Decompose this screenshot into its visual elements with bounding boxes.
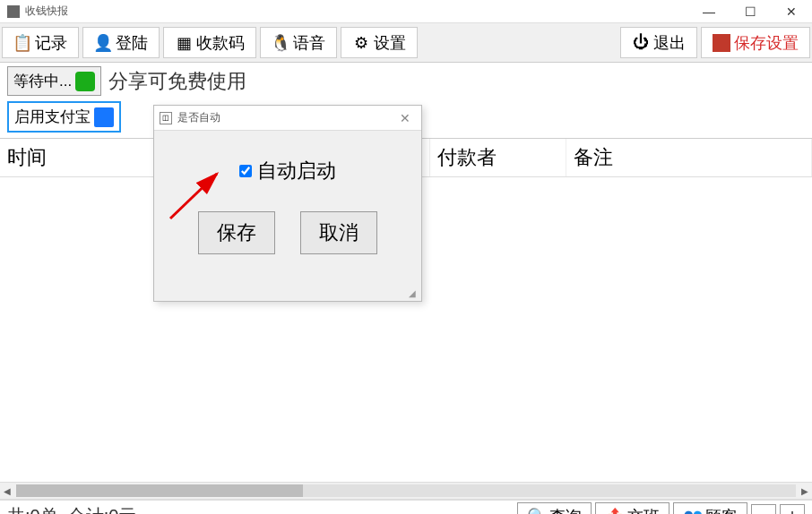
exit-button[interactable]: ⏻ 退出 [620,27,697,58]
auto-start-dialog: ◫ 是否自动 ✕ 自动启动 保存 取消 ◢ [153,105,422,302]
record-icon: 📋 [13,34,31,52]
dialog-title: 是否自动 [177,110,220,125]
column-payer[interactable]: 付款者 [430,139,566,176]
enable-alipay-button[interactable]: 启用支付宝 [7,101,121,133]
login-label: 登陆 [116,32,148,54]
voice-label: 语音 [293,32,325,54]
wechat-icon [75,72,95,91]
exit-label: 退出 [653,32,686,54]
save-icon [713,34,730,52]
dialog-app-icon: ◫ [160,112,172,124]
summary-text: 共:0单, 合计:0元 [7,504,136,514]
customer-label: 顾客 [705,506,738,515]
minimize-button[interactable]: — [695,1,722,22]
scroll-thumb[interactable] [16,484,303,497]
query-label: 查询 [549,506,582,515]
dialog-close-button[interactable]: ✕ [394,107,416,129]
alipay-icon [94,107,114,127]
voice-button[interactable]: 🐧 语音 [260,27,337,58]
shift-label: 交班 [627,506,660,515]
dialog-save-button[interactable]: 保存 [198,211,275,254]
settings-label: 设置 [374,32,406,54]
voice-icon: 🐧 [272,34,289,52]
main-toolbar: 📋 记录 👤 登陆 ▦ 收款码 🐧 语音 ⚙ 设置 ⏻ 退出 保存设置 [0,23,812,63]
alipay-label: 启用支付宝 [14,107,91,127]
window-title: 收钱快报 [25,4,68,19]
share-text: 分享可免费使用 [108,68,246,95]
shift-icon: 📤 [605,507,625,515]
dialog-titlebar: ◫ 是否自动 ✕ [154,106,421,131]
zoom-in-button[interactable]: + [780,504,805,515]
query-button[interactable]: 🔍 查询 [517,502,592,515]
save-settings-button[interactable]: 保存设置 [701,27,810,58]
close-button[interactable]: ✕ [778,1,805,22]
save-settings-label: 保存设置 [734,32,799,54]
login-button[interactable]: 👤 登陆 [82,27,160,58]
horizontal-scrollbar[interactable]: ◀ ▶ [0,482,812,500]
auto-start-checkbox-row[interactable]: 自动启动 [239,158,336,184]
quick-row-1: 等待中... 分享可免费使用 [0,63,812,99]
customer-button[interactable]: 👥 顾客 [673,502,747,515]
power-icon: ⏻ [632,34,650,52]
waiting-label: 等待中... [13,71,72,91]
scroll-right-icon[interactable]: ▶ [798,486,812,496]
qrcode-button[interactable]: ▦ 收款码 [163,27,256,58]
login-icon: 👤 [94,34,112,52]
window-titlebar: 收钱快报 — ☐ ✕ [0,0,812,23]
dialog-body: 自动启动 保存 取消 [154,131,421,272]
search-icon: 🔍 [527,507,547,515]
maximize-button[interactable]: ☐ [737,1,764,22]
column-remark[interactable]: 备注 [566,139,812,176]
gear-icon: ⚙ [352,34,370,52]
auto-start-label: 自动启动 [257,158,336,184]
auto-start-checkbox[interactable] [239,165,252,177]
column-time[interactable]: 时间 [0,139,165,176]
qrcode-icon: ▦ [175,34,193,52]
shift-button[interactable]: 📤 交班 [595,502,669,515]
record-label: 记录 [35,32,67,54]
dialog-cancel-button[interactable]: 取消 [300,211,377,254]
zoom-out-button[interactable]: - [751,504,776,515]
scroll-track[interactable] [16,484,796,497]
waiting-button[interactable]: 等待中... [7,66,101,96]
qrcode-label: 收款码 [196,32,245,54]
record-button[interactable]: 📋 记录 [2,27,79,58]
customer-icon: 👥 [683,507,703,515]
resize-grip-icon[interactable]: ◢ [409,288,419,299]
app-icon [7,5,20,18]
bottom-bar: 共:0单, 合计:0元 🔍 查询 📤 交班 👥 顾客 - + [0,500,812,514]
settings-button[interactable]: ⚙ 设置 [341,27,418,58]
scroll-left-icon[interactable]: ◀ [0,486,14,496]
